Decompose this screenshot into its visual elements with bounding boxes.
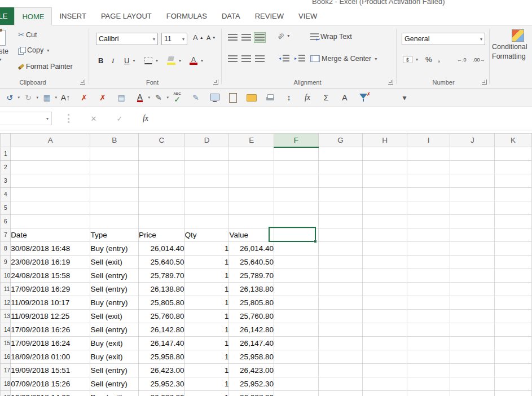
cell-K14[interactable]	[495, 323, 532, 337]
cell-E3[interactable]	[229, 174, 274, 188]
percent-style-button[interactable]: %	[425, 55, 432, 64]
font-tool-icon[interactable]: A	[338, 91, 351, 104]
ink-pen-icon[interactable]: ✎▾	[152, 91, 165, 104]
align-right-button[interactable]	[254, 54, 266, 64]
column-header-E[interactable]: E	[229, 134, 274, 147]
quick-print-icon[interactable]	[264, 91, 276, 104]
cell-B14[interactable]: Sell (entry)	[90, 323, 139, 337]
cell-B17[interactable]: Sell (entry)	[90, 364, 139, 377]
cell-D10[interactable]: 1	[184, 269, 229, 283]
align-bottom-button[interactable]	[254, 32, 266, 43]
cell-C8[interactable]: 26,014.40	[139, 242, 185, 256]
row-header-4[interactable]: 4	[1, 188, 11, 201]
font-color-icon[interactable]: A▾	[134, 91, 146, 104]
cell-E13[interactable]: 25,760.80	[229, 310, 274, 323]
cell-I7[interactable]	[407, 228, 450, 242]
column-header-I[interactable]: I	[407, 134, 450, 147]
cell-B15[interactable]: Buy (exit)	[90, 337, 139, 350]
cell-G8[interactable]	[318, 242, 363, 256]
cell-J5[interactable]	[450, 201, 495, 215]
sort-icon[interactable]: ↕	[283, 91, 295, 104]
edit-sheet-icon[interactable]: ✎	[190, 91, 202, 104]
cell-E1[interactable]	[229, 147, 274, 161]
merge-center-button[interactable]: Merge & Center ▾	[310, 55, 377, 63]
copy-button[interactable]: Copy ▾	[18, 46, 49, 54]
cell-J4[interactable]	[450, 188, 495, 201]
cell-B7[interactable]: Type	[90, 228, 139, 242]
tab-file[interactable]: FILE	[0, 7, 14, 25]
cell-B11[interactable]: Sell (entry)	[90, 283, 139, 296]
underline-button[interactable]: U ▾	[124, 56, 135, 65]
cell-C10[interactable]: 25,789.70	[139, 269, 185, 283]
insert-function-icon[interactable]: fx	[301, 91, 314, 104]
cell-F1[interactable]	[274, 147, 319, 161]
cell-D12[interactable]: 1	[184, 296, 229, 310]
cell-D19[interactable]: 1	[184, 391, 229, 396]
cell-B13[interactable]: Sell (exit)	[90, 310, 139, 323]
font-color-button[interactable]: A ▾	[190, 56, 203, 65]
cell-A10[interactable]: 24/08/2018 15:58	[11, 269, 90, 283]
cell-G5[interactable]	[318, 201, 363, 215]
cell-B2[interactable]	[90, 161, 139, 174]
enter-button[interactable]: ✓	[113, 112, 126, 125]
cell-D5[interactable]	[184, 201, 229, 215]
cell-I8[interactable]	[407, 242, 450, 256]
cell-F12[interactable]	[274, 296, 319, 310]
tab-data[interactable]: DATA	[214, 7, 248, 25]
cell-H19[interactable]	[363, 391, 407, 396]
align-top-button[interactable]	[227, 32, 239, 43]
cell-I11[interactable]	[407, 283, 450, 296]
cell-G7[interactable]	[318, 228, 363, 242]
cell-J8[interactable]	[450, 242, 495, 256]
cell-I12[interactable]	[407, 296, 450, 310]
cell-H2[interactable]	[363, 161, 407, 174]
cell-G17[interactable]	[318, 364, 363, 377]
cell-J14[interactable]	[450, 323, 495, 337]
grow-font-icon[interactable]: A↑	[59, 91, 72, 104]
cell-C4[interactable]	[139, 188, 185, 201]
cell-E19[interactable]: 26,027.30	[229, 391, 274, 396]
cell-I18[interactable]	[407, 377, 450, 391]
column-header-F[interactable]: F	[274, 134, 319, 147]
cell-I19[interactable]	[407, 391, 450, 396]
font-name-combo[interactable]: Calibri ▾	[96, 33, 158, 45]
cell-I2[interactable]	[407, 161, 450, 174]
tab-formulas[interactable]: FORMULAS	[159, 7, 214, 25]
delete-sheet-icon[interactable]: ✗	[96, 91, 109, 104]
cell-K11[interactable]	[495, 283, 532, 296]
cell-K1[interactable]	[495, 147, 532, 161]
cell-F14[interactable]	[274, 323, 319, 337]
cell-K16[interactable]	[495, 350, 532, 364]
cell-H12[interactable]	[363, 296, 407, 310]
cell-B18[interactable]: Sell (entry)	[90, 377, 139, 391]
cell-A2[interactable]	[11, 161, 90, 174]
cell-H7[interactable]	[363, 228, 407, 242]
cell-F7[interactable]	[274, 228, 319, 242]
row-header-18[interactable]: 18	[1, 377, 11, 391]
cell-J17[interactable]	[450, 364, 495, 377]
cell-K13[interactable]	[495, 310, 532, 323]
cell-G16[interactable]	[318, 350, 363, 364]
paste-special-icon[interactable]	[227, 91, 239, 104]
cell-G19[interactable]	[318, 391, 363, 396]
cell-A1[interactable]	[11, 147, 90, 161]
row-header-16[interactable]: 16	[1, 350, 11, 364]
cell-E12[interactable]: 25,805.80	[229, 296, 274, 310]
cell-A9[interactable]: 23/08/2018 16:19	[11, 256, 90, 269]
cut-button[interactable]: ✂ Cut	[18, 30, 37, 39]
cell-C5[interactable]	[139, 201, 185, 215]
cell-H18[interactable]	[363, 377, 407, 391]
cell-C13[interactable]: 25,760.80	[139, 310, 185, 323]
cell-G11[interactable]	[318, 283, 363, 296]
cell-G1[interactable]	[318, 147, 363, 161]
cell-B4[interactable]	[90, 188, 139, 201]
cell-H11[interactable]	[363, 283, 407, 296]
font-dialog-launcher[interactable]	[213, 80, 218, 85]
cell-C6[interactable]	[139, 215, 185, 228]
cell-E7[interactable]: Value	[229, 228, 274, 242]
cell-J9[interactable]	[450, 256, 495, 269]
redo-icon[interactable]: ↻▾	[22, 91, 34, 104]
cell-A12[interactable]: 11/09/2018 10:17	[11, 296, 90, 310]
cell-D7[interactable]: Qty	[184, 228, 229, 242]
cell-G10[interactable]	[318, 269, 363, 283]
